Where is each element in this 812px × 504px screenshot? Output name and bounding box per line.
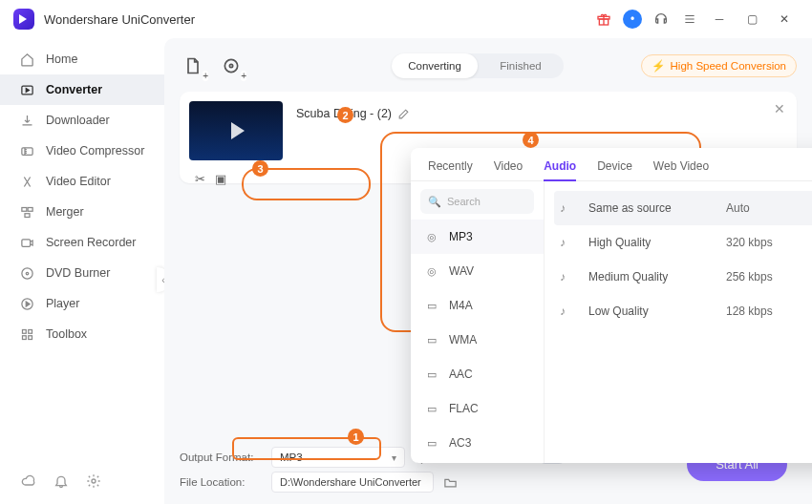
format-popup: Recently Video Audio Device Web Video 🔍 … [411,148,812,463]
app-title: Wondershare UniConverter [44,12,195,27]
support-icon[interactable] [650,8,673,31]
close-button[interactable]: ✕ [770,8,799,31]
menu-icon[interactable] [678,8,701,31]
open-folder-icon[interactable] [443,475,458,490]
sidebar-item-recorder[interactable]: Screen Recorder [0,227,164,258]
file-location-value: D:\Wondershare UniConverter [280,476,421,488]
svg-rect-5 [28,207,32,211]
edit-title-icon[interactable] [397,108,410,120]
tab-recently[interactable]: Recently [428,159,473,180]
sidebar-item-downloader[interactable]: Downloader [0,105,164,136]
quality-label: Medium Quality [588,270,713,284]
sidebar: Home Converter Downloader Video Compress… [0,38,164,504]
sidebar-item-dvd[interactable]: DVD Burner [0,258,164,288]
search-input[interactable]: 🔍 Search [420,189,534,214]
svg-rect-14 [28,335,32,339]
maximize-button[interactable]: ▢ [737,8,766,31]
sidebar-item-converter[interactable]: Converter [0,74,164,105]
sidebar-item-player[interactable]: Player [0,288,164,319]
quality-low[interactable]: ♪ Low Quality 128 kbps [554,294,812,328]
quality-value: 256 kbps [726,270,812,284]
compressor-icon [19,143,34,158]
svg-rect-13 [22,335,26,339]
output-format-select[interactable]: MP3 ▾ [271,447,405,468]
quality-same-as-source[interactable]: ♪ Same as source Auto [554,191,812,225]
annotation-4: 4 [523,132,539,148]
svg-point-16 [224,59,237,72]
sidebar-item-merger[interactable]: Merger [0,197,164,227]
svg-point-17 [229,64,232,67]
output-format-label: Output Format: [180,452,262,463]
format-label: AC3 [449,436,471,450]
format-ac3[interactable]: ▭AC3 [411,426,544,460]
sidebar-item-toolbox[interactable]: Toolbox [0,319,164,349]
converter-icon [19,82,34,97]
sidebar-item-label: Downloader [46,114,110,127]
format-mp3[interactable]: ◎MP3 [411,220,544,254]
quality-list: ♪ Same as source Auto ♪ High Quality 320… [545,181,812,463]
tab-audio[interactable]: Audio [544,159,576,180]
quality-medium[interactable]: ♪ Medium Quality 256 kbps [554,260,812,294]
quality-high[interactable]: ♪ High Quality 320 kbps [554,225,812,260]
quality-label: Same as source [588,201,713,215]
sidebar-item-label: Screen Recorder [46,236,137,249]
file-location-field[interactable]: D:\Wondershare UniConverter [271,472,434,493]
quality-value: Auto [726,201,812,215]
format-list: 🔍 Search ◎MP3 ◎WAV ▭M4A ▭WMA ▭AAC ▭FLAC … [411,181,545,463]
editor-icon [19,174,34,189]
audio-icon: ◎ [424,263,439,279]
high-speed-button[interactable]: ⚡ High Speed Conversion [641,54,797,77]
quality-label: High Quality [588,236,713,249]
tab-converting[interactable]: Converting [392,53,478,78]
svg-rect-3 [21,147,32,155]
merger-icon [19,204,34,220]
format-flac[interactable]: ▭FLAC [411,391,544,426]
format-m4a[interactable]: ▭M4A [411,288,544,323]
sidebar-item-compressor[interactable]: Video Compressor [0,136,164,166]
format-wav[interactable]: ◎WAV [411,254,544,288]
search-placeholder: Search [447,196,481,207]
sidebar-item-label: Video Editor [46,175,111,188]
svg-rect-11 [22,329,26,333]
cloud-icon[interactable] [21,473,36,489]
music-icon: ♪ [560,304,575,318]
crop-icon[interactable]: ▣ [215,172,226,186]
gift-icon[interactable] [592,8,615,31]
file-location-label: File Location: [180,476,262,488]
settings-icon[interactable] [86,473,101,489]
sidebar-item-label: Toolbox [46,327,87,341]
format-aiff[interactable]: ▭AIFF [411,460,544,463]
sidebar-item-editor[interactable]: Video Editor [0,166,164,197]
account-icon[interactable]: • [621,8,644,31]
annotation-1: 1 [348,429,364,445]
app-logo-icon [13,9,34,30]
video-thumbnail[interactable] [189,101,283,160]
sidebar-item-home[interactable]: Home [0,44,164,74]
add-dvd-button[interactable]: + [218,52,245,79]
format-wma[interactable]: ▭WMA [411,323,544,357]
sidebar-item-label: Merger [46,205,84,219]
format-aac[interactable]: ▭AAC [411,357,544,391]
tab-finished[interactable]: Finished [478,53,564,78]
svg-point-8 [21,267,32,278]
format-label: M4A [449,299,473,312]
add-file-button[interactable]: + [180,52,206,79]
tab-video[interactable]: Video [494,159,523,180]
quality-label: Low Quality [588,304,713,318]
annotation-2: 2 [337,107,353,123]
bell-icon[interactable] [53,473,69,489]
tab-device[interactable]: Device [597,159,632,180]
plus-icon: + [203,71,208,81]
sidebar-bottom [0,473,164,504]
remove-item-button[interactable]: ✕ [774,101,785,116]
dvd-icon [19,265,34,281]
svg-point-15 [92,479,96,483]
player-icon [19,296,34,311]
minimize-button[interactable]: ─ [705,8,734,31]
toolbar: + + Converting Finished ⚡ High Speed Con… [180,50,797,82]
tab-web-video[interactable]: Web Video [653,159,709,180]
format-label: FLAC [449,402,479,415]
search-icon: 🔍 [428,196,441,208]
trim-icon[interactable]: ✂ [195,172,205,186]
quality-value: 320 kbps [726,236,812,249]
